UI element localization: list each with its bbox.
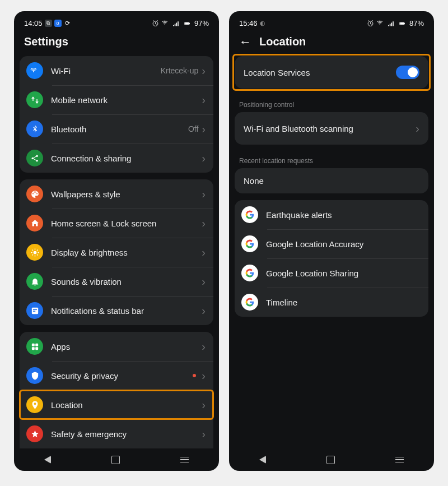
google-icon <box>241 235 258 252</box>
back-nav-icon[interactable] <box>259 456 266 464</box>
section-positioning: Positioning control <box>235 95 428 112</box>
chevron-right-icon: › <box>416 123 419 134</box>
apps-icon <box>26 338 43 355</box>
signal-icon <box>388 20 395 27</box>
back-button[interactable]: ← <box>239 36 251 48</box>
location-scroll[interactable]: Location Services Positioning control Wi… <box>229 56 434 448</box>
location-services-label: Location Services <box>244 68 396 77</box>
chevron-right-icon: › <box>202 276 206 287</box>
google-service-row[interactable]: Google Location Accuracy <box>235 229 428 258</box>
alarm-icon <box>366 19 375 27</box>
home-icon <box>26 215 43 232</box>
status-battery: 97% <box>194 19 209 27</box>
shield-icon <box>26 367 43 384</box>
settings-row-label: Apps <box>51 342 202 351</box>
settings-row-label: Bluetooth <box>51 124 188 134</box>
updown-icon <box>26 91 43 108</box>
chevron-right-icon: › <box>202 123 206 135</box>
settings-row-label: Security & privacy <box>51 371 193 381</box>
google-icon <box>241 206 258 223</box>
sun-icon <box>26 244 43 261</box>
google-service-row[interactable]: Earthquake alerts <box>235 200 428 229</box>
battery-icon <box>182 20 192 27</box>
settings-row-label: Location <box>51 400 202 410</box>
location-services-toggle[interactable] <box>396 66 419 79</box>
settings-row-connshare[interactable]: Connection & sharing› <box>20 144 213 173</box>
settings-row-label: Notifications & status bar <box>51 306 202 316</box>
wifi-icon <box>26 62 43 79</box>
chevron-right-icon: › <box>202 152 206 164</box>
phone-location-settings: 15:46 ◐ 87% ← Location Location Services… <box>229 11 434 471</box>
status-chip-icon: ⧉ <box>45 20 52 27</box>
status-sync-icon: ⟳ <box>64 20 71 27</box>
pin-icon <box>26 396 43 413</box>
settings-scroll[interactable]: Wi-FiKrtecek-up›Mobile network›Bluetooth… <box>14 56 219 448</box>
chevron-right-icon: › <box>202 217 206 229</box>
settings-row-wallpapers[interactable]: Wallpapers & style› <box>20 179 213 209</box>
recent-none-label: None <box>244 176 264 186</box>
palette-icon <box>26 186 43 202</box>
chevron-right-icon: › <box>202 370 206 381</box>
settings-row-bluetooth[interactable]: BluetoothOff› <box>20 114 213 144</box>
alarm-icon <box>151 19 160 27</box>
status-dnd-icon: ◐ <box>260 20 265 27</box>
google-service-row[interactable]: Timeline <box>235 288 428 317</box>
settings-row-location[interactable]: Location› <box>20 390 213 419</box>
location-services-row[interactable]: Location Services <box>235 56 428 89</box>
google-service-label: Google Location Accuracy <box>266 239 421 249</box>
status-chip-icon: o <box>54 20 62 27</box>
settings-row-wifi[interactable]: Wi-FiKrtecek-up› <box>20 56 213 85</box>
settings-row-value: Off <box>188 124 198 133</box>
recent-none: None <box>235 168 428 193</box>
settings-row-sounds[interactable]: Sounds & vibration› <box>20 267 213 296</box>
chevron-right-icon: › <box>202 341 206 352</box>
settings-row-label: Display & brightness <box>51 248 202 257</box>
page-title: Settings <box>24 35 68 48</box>
chevron-right-icon: › <box>202 65 206 76</box>
settings-row-apps[interactable]: Apps› <box>20 332 213 361</box>
section-recent: Recent location requests <box>235 151 428 168</box>
settings-row-safety[interactable]: Safety & emergency› <box>20 419 213 448</box>
bluetooth-icon <box>26 121 43 137</box>
chevron-right-icon: › <box>202 305 206 316</box>
nav-bar <box>229 448 434 471</box>
chevron-right-icon: › <box>202 399 206 410</box>
settings-row-notifications[interactable]: Notifications & status bar› <box>20 296 213 325</box>
status-battery: 87% <box>409 19 424 27</box>
wifi-bt-scanning-row[interactable]: Wi-Fi and Bluetooth scanning › <box>235 112 428 145</box>
settings-row-display[interactable]: Display & brightness› <box>20 238 213 267</box>
nav-bar <box>14 448 219 471</box>
wifi-status-icon <box>377 19 385 27</box>
home-nav-icon[interactable] <box>326 456 335 464</box>
chevron-right-icon: › <box>202 247 206 258</box>
settings-row-label: Safety & emergency <box>51 429 202 439</box>
share-icon <box>26 150 43 166</box>
notif-icon <box>26 302 43 319</box>
wifi-bt-scanning-label: Wi-Fi and Bluetooth scanning <box>244 124 416 133</box>
back-nav-icon[interactable] <box>44 456 51 464</box>
chevron-right-icon: › <box>202 188 206 200</box>
settings-row-mobile[interactable]: Mobile network› <box>20 85 213 114</box>
wifi-status-icon <box>162 19 170 27</box>
settings-row-security[interactable]: Security & privacy› <box>20 361 213 390</box>
star-icon <box>26 425 43 442</box>
settings-row-value: Krtecek-up <box>161 66 199 75</box>
chevron-right-icon: › <box>202 428 206 439</box>
settings-row-label: Mobile network <box>51 95 202 105</box>
settings-row-label: Home screen & Lock screen <box>51 219 202 228</box>
settings-row-label: Connection & sharing <box>51 154 202 163</box>
google-service-row[interactable]: Google Location Sharing <box>235 258 428 288</box>
google-service-label: Timeline <box>266 298 421 307</box>
status-bar: 15:46 ◐ 87% <box>229 11 434 31</box>
home-nav-icon[interactable] <box>111 456 120 464</box>
google-service-label: Google Location Sharing <box>266 269 421 278</box>
chevron-right-icon: › <box>202 94 206 105</box>
settings-row-homescreen[interactable]: Home screen & Lock screen› <box>20 209 213 238</box>
status-time: 14:05 <box>24 19 43 27</box>
recents-nav-icon[interactable] <box>180 457 189 463</box>
recents-nav-icon[interactable] <box>395 457 404 463</box>
page-title-row: Settings <box>14 31 219 56</box>
settings-row-label: Wallpapers & style <box>51 189 202 199</box>
phone-settings-list: 14:05 ⧉ o ⟳ 97% Settings Wi-FiKrtecek-up… <box>14 11 219 471</box>
battery-icon <box>397 20 407 27</box>
